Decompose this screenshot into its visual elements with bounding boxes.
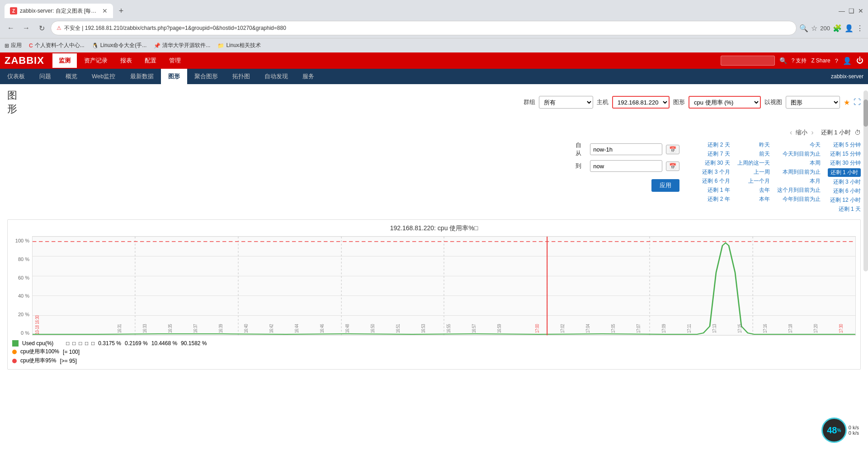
support-icon: ? — [792, 57, 795, 64]
bookmark-profile[interactable]: C 个人资料-个人中心... — [29, 42, 85, 49]
quick-time-2d[interactable]: 还剩 2 天 — [702, 141, 730, 149]
quick-time-day-before[interactable]: 前天 — [737, 150, 770, 158]
nav-item-reports[interactable]: 报表 — [114, 52, 138, 69]
quick-time-12h[interactable]: 还剩 12 小时 — [828, 196, 861, 204]
nav-item-config[interactable]: 配置 — [138, 52, 163, 69]
to-row: 到 📅 — [576, 160, 679, 172]
user-icon[interactable]: 👤 — [843, 57, 852, 65]
quick-time-6h[interactable]: 还剩 6 小时 — [828, 187, 861, 195]
quick-time-30d[interactable]: 还剩 30 天 — [702, 159, 730, 167]
address-bar[interactable]: ⚠ 不安全 | 192.168.81.210/zabbix/charts.php… — [51, 21, 797, 35]
maximize-button[interactable]: ❑ — [849, 7, 854, 14]
time-display: 还剩 1 小时 — [821, 128, 851, 137]
minimize-button[interactable]: — — [839, 7, 845, 14]
quick-time-this-week[interactable]: 本周 — [777, 159, 821, 167]
svg-text:17:09: 17:09 — [661, 324, 667, 333]
quick-time-prev-week[interactable]: 上一周 — [737, 168, 770, 176]
quick-time-yesterday[interactable]: 昨天 — [737, 141, 770, 149]
extensions-icon[interactable]: 🧩 — [833, 24, 842, 33]
sub-nav-services[interactable]: 服务 — [295, 69, 321, 84]
nav-item-monitor[interactable]: 监测 — [52, 52, 78, 69]
legend-stats: □ □ □ □ □ — [66, 340, 94, 347]
to-input[interactable] — [590, 160, 662, 172]
nav-item-admin[interactable]: 管理 — [163, 52, 187, 69]
tab-close-button[interactable]: ✕ — [102, 7, 108, 14]
quick-time-3h[interactable]: 还剩 3 小时 — [828, 178, 861, 186]
quick-time-5m[interactable]: 还剩 5 分钟 — [828, 141, 861, 149]
sub-nav-aggregate[interactable]: 聚合图形 — [187, 69, 225, 84]
from-input[interactable] — [590, 143, 662, 155]
legend-dot-cpu-100 — [12, 350, 17, 354]
forward-button[interactable]: → — [20, 22, 33, 34]
quick-time-today-so-far[interactable]: 今天到目前为止 — [777, 150, 821, 158]
next-page-button[interactable]: › — [811, 128, 813, 137]
quick-time-1d[interactable]: 还剩 1 天 — [828, 205, 861, 213]
zabbix-logo[interactable]: ZABBIX — [5, 55, 44, 66]
prev-page-button[interactable]: ‹ — [790, 128, 792, 137]
profile-icon[interactable]: 👤 — [844, 24, 854, 33]
bookmark-icon[interactable]: ☆ — [811, 24, 817, 33]
sub-nav-topology[interactable]: 拓扑图 — [225, 69, 257, 84]
sub-nav-overview[interactable]: 概览 — [58, 69, 85, 84]
back-button[interactable]: ← — [5, 22, 17, 34]
apply-button[interactable]: 应用 — [651, 179, 679, 192]
logout-icon[interactable]: ⏻ — [856, 57, 863, 65]
sub-nav-discovery[interactable]: 自动发现 — [257, 69, 295, 84]
graph-select[interactable]: cpu 使用率 (%) — [689, 96, 761, 109]
active-tab[interactable]: Z zabbix-server: 自定义图表 [每3... ✕ — [5, 4, 113, 18]
quick-time-3m[interactable]: 还剩 3 个月 — [702, 168, 730, 176]
favorite-button[interactable]: ★ — [844, 98, 850, 107]
quick-time-this-month[interactable]: 本月 — [777, 177, 821, 185]
new-tab-button[interactable]: + — [115, 5, 127, 17]
quick-time-1h[interactable]: 还剩 1 小时 — [828, 168, 861, 177]
quick-time-1y[interactable]: 还剩 1 年 — [702, 186, 730, 194]
fullscreen-button[interactable]: ⛶ — [854, 98, 861, 106]
scrollbar-thumb[interactable] — [863, 100, 868, 127]
header-search-input[interactable] — [721, 56, 775, 66]
from-calendar-button[interactable]: 📅 — [666, 145, 679, 154]
quick-time-prev-month[interactable]: 上一个月 — [737, 177, 770, 185]
legend-cpu-100: cpu使用率100% [= 100] — [12, 348, 856, 356]
search-icon[interactable]: 🔍 — [779, 57, 787, 64]
quick-time-7d[interactable]: 还剩 7 天 — [702, 150, 730, 158]
refresh-button[interactable]: ↻ — [35, 22, 48, 34]
support-button[interactable]: ? 支持 — [792, 57, 807, 65]
y-axis-label: 0 % — [12, 330, 29, 336]
bookmark-linux-cmd[interactable]: 🐧 Linux命令大全(手... — [92, 42, 147, 49]
bookmark-linux-tech[interactable]: 📁 Linux相关技术 — [217, 42, 261, 49]
quick-time-this-year[interactable]: 本年 — [737, 195, 770, 203]
sub-nav-dashboard[interactable]: 仪表板 — [0, 69, 32, 84]
quick-time-this-week-so-far[interactable]: 本周到目前为止 — [777, 168, 821, 176]
quick-time-2y[interactable]: 还剩 2 年 — [702, 195, 730, 203]
svg-text:16:42: 16:42 — [269, 324, 274, 333]
svg-text:16:35: 16:35 — [167, 324, 173, 333]
view-select[interactable]: 图形 — [786, 96, 840, 109]
quick-time-prev-year[interactable]: 去年 — [737, 186, 770, 194]
group-select[interactable]: 所有 — [539, 96, 593, 109]
bookmark-apps[interactable]: ⊞ 应用 — [5, 42, 22, 49]
quick-time-this-month-so-far[interactable]: 这个月到目前为止 — [777, 186, 821, 194]
scrollbar[interactable] — [863, 90, 868, 271]
host-select[interactable]: 192.168.81.220 — [612, 96, 670, 109]
sub-nav-graphs[interactable]: 图形 — [161, 69, 187, 84]
quick-time-this-year-so-far[interactable]: 今年到目前为止 — [777, 195, 821, 203]
sub-nav-problems[interactable]: 问题 — [32, 69, 58, 84]
nav-item-assets[interactable]: 资产记录 — [78, 52, 114, 69]
network-badge: 48% — [821, 418, 847, 443]
quick-time-15m[interactable]: 还剩 15 分钟 — [828, 150, 861, 158]
legend-max: 10.4468 % — [151, 340, 177, 347]
quick-time-6m[interactable]: 还剩 6 个月 — [702, 177, 730, 185]
to-calendar-button[interactable]: 📅 — [666, 161, 679, 171]
quick-time-same-day-week[interactable]: 上周的这一天 — [737, 159, 770, 167]
close-window-button[interactable]: ✕ — [858, 7, 863, 14]
chart-title: 192.168.81.220: cpu 使用率%□ — [12, 224, 856, 233]
menu-icon[interactable]: ⋮ — [856, 24, 863, 33]
share-button[interactable]: Z Share — [811, 57, 830, 64]
sub-nav-latest[interactable]: 最新数据 — [123, 69, 161, 84]
quick-time-today[interactable]: 今天 — [777, 141, 821, 149]
quick-time-30m[interactable]: 还剩 30 分钟 — [828, 159, 861, 167]
sub-nav-web[interactable]: Web监控 — [85, 69, 123, 84]
help-icon[interactable]: ? — [835, 57, 838, 64]
bookmark-tsinghua[interactable]: 📌 清华大学开源软件... — [154, 42, 210, 49]
search-icon[interactable]: 🔍 — [799, 24, 808, 33]
